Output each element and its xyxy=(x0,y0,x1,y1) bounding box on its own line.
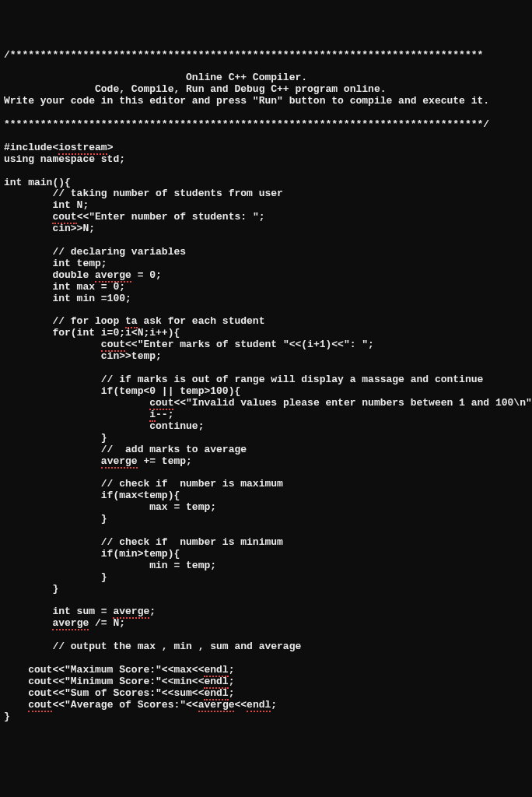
spell-error-underline: averge xyxy=(52,617,89,630)
code-line: // output the max , min , sum and averag… xyxy=(4,641,528,653)
code-line: continue; xyxy=(4,421,528,433)
code-line xyxy=(4,630,528,641)
code-line: int temp; xyxy=(4,258,528,270)
code-line: // if marks is out of range will display… xyxy=(4,374,528,386)
code-line: } xyxy=(4,433,528,444)
code-line: ****************************************… xyxy=(4,119,528,131)
code-line: int sum = averge; xyxy=(4,606,528,618)
code-line xyxy=(4,166,528,177)
code-line xyxy=(4,595,528,607)
code-line: /***************************************… xyxy=(4,50,528,61)
code-line: if(temp<0 || temp>100){ xyxy=(4,386,528,398)
code-line: cout<<"Minimum Score:"<<min<<endl; xyxy=(4,676,528,688)
code-line: Online C++ Compiler. xyxy=(4,72,528,84)
spell-error-underline: endl xyxy=(247,699,271,712)
code-line xyxy=(4,653,528,665)
code-line: double averge = 0; xyxy=(4,270,528,282)
code-line: Write your code in this editor and press… xyxy=(4,96,528,107)
code-line: // taking number of students from user xyxy=(4,188,528,200)
code-line: // check if number is maximum xyxy=(4,479,528,490)
code-line xyxy=(4,107,528,119)
code-line: cin>>temp; xyxy=(4,351,528,363)
code-line: for(int i=0;i<N;i++){ xyxy=(4,328,528,339)
code-line xyxy=(4,131,528,142)
code-line: // declaring variables xyxy=(4,247,528,258)
code-line: int max = 0; xyxy=(4,282,528,293)
code-line: cout<<"Enter number of students: "; xyxy=(4,212,528,223)
code-editor[interactable]: /***************************************… xyxy=(4,50,528,723)
code-line: cout<<"Maximum Score:"<<max<<endl; xyxy=(4,665,528,676)
code-line: int N; xyxy=(4,200,528,212)
code-line: } xyxy=(4,572,528,584)
code-line: cout<<"Enter marks of student "<<(i+1)<<… xyxy=(4,339,528,351)
code-line xyxy=(4,235,528,247)
code-line: } xyxy=(4,711,528,723)
code-line: } xyxy=(4,584,528,595)
code-line: max = temp; xyxy=(4,502,528,514)
code-line xyxy=(4,363,528,374)
spell-error-underline: averge xyxy=(198,699,235,712)
code-line: i--; xyxy=(4,409,528,421)
code-line: cout<<"Average of Scores:"<<averge<<endl… xyxy=(4,700,528,711)
code-line xyxy=(4,61,528,73)
code-line: cout<<"Sum of Scores:"<<sum<<endl; xyxy=(4,688,528,700)
code-line: cout<<"Invalid values please enter numbe… xyxy=(4,398,528,409)
spell-error-underline: averge xyxy=(101,455,138,469)
spell-error-underline: cout xyxy=(28,699,52,712)
code-line: // add marks to average xyxy=(4,444,528,456)
code-line: // check if number is minimum xyxy=(4,537,528,549)
code-line: } xyxy=(4,514,528,525)
code-line: if(max<temp){ xyxy=(4,490,528,502)
code-line: Code, Compile, Run and Debug C++ program… xyxy=(4,84,528,96)
code-line xyxy=(4,305,528,317)
code-line: if(min>temp){ xyxy=(4,549,528,560)
code-line xyxy=(4,468,528,479)
code-line: #include<iostream> xyxy=(4,142,528,154)
code-line: int main(){ xyxy=(4,177,528,189)
code-line: averge /= N; xyxy=(4,618,528,630)
code-line: cin>>N; xyxy=(4,223,528,235)
code-line: averge += temp; xyxy=(4,456,528,468)
code-line: using namespace std; xyxy=(4,154,528,166)
code-line xyxy=(4,525,528,537)
code-line: int min =100; xyxy=(4,293,528,305)
code-line: min = temp; xyxy=(4,560,528,572)
code-line: // for loop ta ask for each student xyxy=(4,316,528,328)
